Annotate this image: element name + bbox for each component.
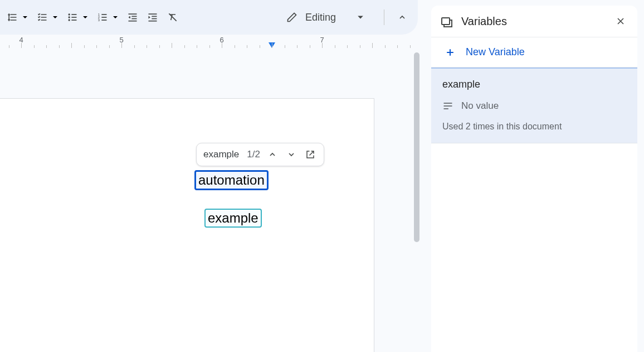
chip-navigator-prev-button[interactable]	[266, 148, 279, 161]
chevron-down-icon[interactable]	[111, 15, 119, 20]
svg-point-2	[69, 19, 70, 21]
variable-chip-text: example	[208, 210, 258, 225]
line-spacing-button[interactable]	[4, 8, 20, 26]
svg-rect-10	[101, 17, 106, 18]
increase-indent-button[interactable]	[145, 8, 160, 26]
variable-chip[interactable]: example	[204, 209, 262, 228]
variable-chip-text: automation	[198, 172, 265, 187]
numbered-list-button[interactable]: 123	[95, 8, 110, 26]
svg-point-0	[69, 13, 70, 15]
new-variable-label: New Variable	[466, 46, 525, 58]
svg-rect-13	[131, 16, 136, 17]
scrollbar-thumb[interactable]	[414, 52, 419, 242]
plus-icon	[445, 47, 456, 58]
variable-entry[interactable]: example No value Used 2 times in this do…	[431, 67, 637, 143]
toolbar: 123 Editing	[0, 0, 418, 35]
variables-sidebar: Variables New Variable example No value …	[431, 6, 637, 352]
svg-rect-14	[131, 18, 136, 20]
svg-rect-5	[71, 20, 76, 21]
variable-entry-name: example	[442, 79, 626, 90]
variable-entry-usage: Used 2 times in this document	[442, 122, 626, 132]
close-sidebar-button[interactable]	[615, 16, 626, 27]
svg-rect-4	[71, 17, 76, 18]
collapse-toolbar-button[interactable]	[391, 6, 413, 28]
decrease-indent-button[interactable]	[125, 8, 140, 26]
chip-navigator-name: example	[203, 149, 239, 160]
chevron-down-icon[interactable]	[51, 15, 59, 20]
svg-point-1	[69, 16, 70, 18]
notes-icon	[442, 100, 453, 112]
new-variable-button[interactable]: New Variable	[431, 37, 637, 67]
variable-entry-value-row: No value	[442, 100, 626, 112]
bulleted-list-button[interactable]	[65, 8, 80, 26]
svg-rect-16	[149, 13, 157, 15]
variable-chip-selected[interactable]: automation	[194, 170, 269, 190]
chip-navigator-toolbar: example 1/2	[196, 143, 324, 166]
svg-rect-11	[101, 20, 106, 21]
svg-rect-22	[444, 105, 452, 107]
chevron-down-icon[interactable]	[81, 15, 89, 20]
svg-rect-18	[152, 18, 157, 20]
svg-rect-23	[444, 108, 448, 109]
variable-entry-value: No value	[461, 100, 499, 112]
svg-rect-12	[129, 13, 137, 15]
checklist-button[interactable]	[35, 8, 50, 26]
svg-rect-20	[442, 18, 450, 25]
svg-rect-15	[129, 21, 137, 22]
sidebar-header: Variables	[431, 6, 637, 37]
svg-rect-21	[444, 103, 452, 104]
editing-mode-label: Editing	[305, 12, 336, 23]
variables-icon	[440, 15, 453, 28]
svg-rect-17	[152, 16, 157, 17]
ruler[interactable]: 4 5 6 7	[0, 35, 418, 50]
toolbar-group-lists: 123	[4, 8, 180, 26]
chevron-down-icon	[357, 14, 364, 21]
open-in-sidebar-button[interactable]	[304, 148, 317, 161]
svg-text:3: 3	[98, 18, 100, 22]
toolbar-divider	[384, 9, 384, 25]
editing-mode-dropdown[interactable]: Editing	[276, 7, 374, 28]
svg-rect-9	[101, 14, 106, 15]
chip-navigator-counter: 1/2	[247, 149, 260, 160]
document-page[interactable]: automation example	[0, 98, 374, 352]
document-area: automation example	[0, 50, 421, 352]
sidebar-title: Variables	[461, 15, 507, 28]
svg-rect-3	[71, 14, 76, 15]
svg-rect-19	[149, 21, 157, 22]
clear-formatting-button[interactable]	[165, 8, 180, 26]
pencil-icon	[286, 12, 297, 23]
chip-navigator-next-button[interactable]	[285, 148, 298, 161]
chevron-down-icon[interactable]	[21, 15, 29, 20]
